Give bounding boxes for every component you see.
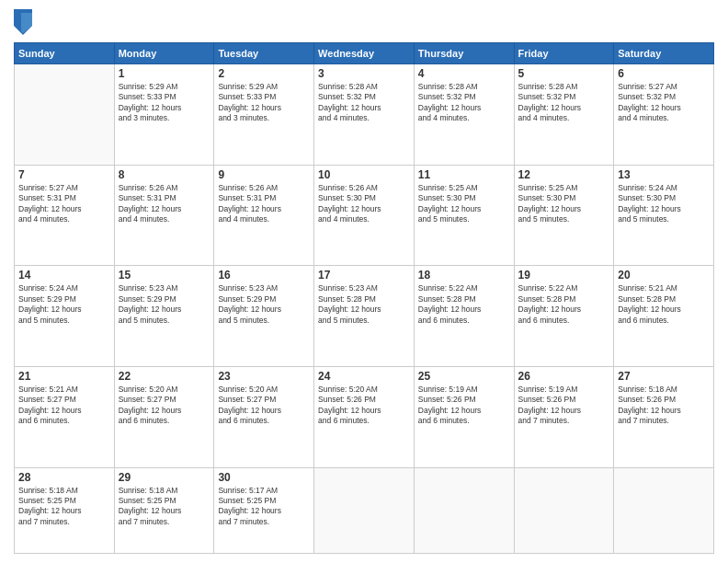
calendar-week-1: 1Sunrise: 5:29 AMSunset: 5:33 PMDaylight… [15, 64, 714, 166]
calendar-cell: 24Sunrise: 5:20 AMSunset: 5:26 PMDayligh… [314, 366, 415, 467]
calendar-week-4: 21Sunrise: 5:21 AMSunset: 5:27 PMDayligh… [15, 366, 714, 467]
cell-info: Sunrise: 5:24 AMSunset: 5:30 PMDaylight:… [618, 183, 710, 225]
cell-info: Sunrise: 5:20 AMSunset: 5:26 PMDaylight:… [318, 385, 410, 427]
day-number: 16 [218, 269, 310, 282]
calendar-cell [414, 467, 514, 554]
calendar-cell: 19Sunrise: 5:22 AMSunset: 5:28 PMDayligh… [514, 266, 614, 367]
day-number: 8 [119, 168, 210, 181]
col-header-tuesday: Tuesday [214, 43, 314, 64]
day-number: 9 [218, 168, 310, 181]
calendar-cell: 18Sunrise: 5:22 AMSunset: 5:28 PMDayligh… [414, 266, 514, 367]
calendar-cell: 14Sunrise: 5:24 AMSunset: 5:29 PMDayligh… [15, 266, 115, 367]
day-number: 23 [218, 370, 310, 383]
day-number: 28 [18, 471, 110, 484]
calendar-cell: 9Sunrise: 5:26 AMSunset: 5:31 PMDaylight… [214, 165, 314, 266]
day-number: 18 [418, 269, 510, 282]
calendar-cell [514, 467, 614, 554]
cell-info: Sunrise: 5:23 AMSunset: 5:29 PMDaylight:… [119, 283, 210, 326]
calendar-cell: 11Sunrise: 5:25 AMSunset: 5:30 PMDayligh… [414, 165, 514, 266]
cell-info: Sunrise: 5:18 AMSunset: 5:25 PMDaylight:… [119, 486, 210, 528]
cell-info: Sunrise: 5:19 AMSunset: 5:26 PMDaylight:… [418, 385, 510, 427]
calendar-week-5: 28Sunrise: 5:18 AMSunset: 5:25 PMDayligh… [15, 467, 714, 554]
calendar-cell [15, 64, 115, 166]
cell-info: Sunrise: 5:29 AMSunset: 5:33 PMDaylight:… [119, 82, 210, 124]
calendar-cell: 17Sunrise: 5:23 AMSunset: 5:28 PMDayligh… [314, 266, 415, 367]
calendar-cell: 3Sunrise: 5:28 AMSunset: 5:32 PMDaylight… [314, 64, 415, 166]
calendar-week-2: 7Sunrise: 5:27 AMSunset: 5:31 PMDaylight… [15, 165, 714, 266]
cell-info: Sunrise: 5:25 AMSunset: 5:30 PMDaylight:… [518, 183, 610, 225]
cell-info: Sunrise: 5:19 AMSunset: 5:26 PMDaylight:… [518, 385, 610, 427]
day-number: 15 [119, 269, 210, 282]
calendar-cell: 10Sunrise: 5:26 AMSunset: 5:30 PMDayligh… [314, 165, 415, 266]
day-number: 17 [318, 269, 410, 282]
cell-info: Sunrise: 5:28 AMSunset: 5:32 PMDaylight:… [418, 82, 510, 124]
day-number: 27 [618, 370, 710, 383]
cell-info: Sunrise: 5:27 AMSunset: 5:31 PMDaylight:… [18, 183, 110, 225]
cell-info: Sunrise: 5:26 AMSunset: 5:31 PMDaylight:… [119, 183, 210, 225]
calendar-cell: 4Sunrise: 5:28 AMSunset: 5:32 PMDaylight… [414, 64, 514, 166]
calendar-header-row: SundayMondayTuesdayWednesdayThursdayFrid… [15, 43, 714, 64]
cell-info: Sunrise: 5:24 AMSunset: 5:29 PMDaylight:… [18, 283, 110, 326]
day-number: 14 [18, 269, 110, 282]
day-number: 20 [618, 269, 710, 282]
col-header-monday: Monday [114, 43, 214, 64]
logo-icon [14, 9, 32, 35]
col-header-sunday: Sunday [15, 43, 115, 64]
cell-info: Sunrise: 5:21 AMSunset: 5:28 PMDaylight:… [618, 283, 710, 326]
calendar-cell: 2Sunrise: 5:29 AMSunset: 5:33 PMDaylight… [214, 64, 314, 166]
day-number: 21 [18, 370, 110, 383]
calendar-cell: 30Sunrise: 5:17 AMSunset: 5:25 PMDayligh… [214, 467, 314, 554]
calendar-cell: 22Sunrise: 5:20 AMSunset: 5:27 PMDayligh… [114, 366, 214, 467]
day-number: 12 [518, 168, 610, 181]
calendar-cell: 25Sunrise: 5:19 AMSunset: 5:26 PMDayligh… [414, 366, 514, 467]
cell-info: Sunrise: 5:27 AMSunset: 5:32 PMDaylight:… [618, 82, 710, 124]
cell-info: Sunrise: 5:18 AMSunset: 5:26 PMDaylight:… [618, 385, 710, 427]
calendar-cell: 21Sunrise: 5:21 AMSunset: 5:27 PMDayligh… [15, 366, 115, 467]
day-number: 3 [318, 67, 410, 80]
cell-info: Sunrise: 5:20 AMSunset: 5:27 PMDaylight:… [218, 385, 310, 427]
calendar-cell [314, 467, 415, 554]
calendar-cell: 12Sunrise: 5:25 AMSunset: 5:30 PMDayligh… [514, 165, 614, 266]
day-number: 26 [518, 370, 610, 383]
cell-info: Sunrise: 5:29 AMSunset: 5:33 PMDaylight:… [218, 82, 310, 124]
calendar-cell: 1Sunrise: 5:29 AMSunset: 5:33 PMDaylight… [114, 64, 214, 166]
day-number: 10 [318, 168, 410, 181]
calendar-cell: 23Sunrise: 5:20 AMSunset: 5:27 PMDayligh… [214, 366, 314, 467]
calendar-table: SundayMondayTuesdayWednesdayThursdayFrid… [14, 42, 714, 554]
cell-info: Sunrise: 5:28 AMSunset: 5:32 PMDaylight:… [518, 82, 610, 124]
cell-info: Sunrise: 5:17 AMSunset: 5:25 PMDaylight:… [218, 486, 310, 528]
col-header-thursday: Thursday [414, 43, 514, 64]
day-number: 22 [119, 370, 210, 383]
cell-info: Sunrise: 5:25 AMSunset: 5:30 PMDaylight:… [418, 183, 510, 225]
day-number: 24 [318, 370, 410, 383]
calendar-cell: 28Sunrise: 5:18 AMSunset: 5:25 PMDayligh… [15, 467, 115, 554]
svg-marker-1 [21, 13, 32, 33]
col-header-friday: Friday [514, 43, 614, 64]
calendar-cell: 16Sunrise: 5:23 AMSunset: 5:29 PMDayligh… [214, 266, 314, 367]
header [14, 9, 714, 35]
day-number: 25 [418, 370, 510, 383]
calendar-cell: 26Sunrise: 5:19 AMSunset: 5:26 PMDayligh… [514, 366, 614, 467]
cell-info: Sunrise: 5:28 AMSunset: 5:32 PMDaylight:… [318, 82, 410, 124]
col-header-wednesday: Wednesday [314, 43, 415, 64]
day-number: 7 [18, 168, 110, 181]
day-number: 4 [418, 67, 510, 80]
calendar-cell: 7Sunrise: 5:27 AMSunset: 5:31 PMDaylight… [15, 165, 115, 266]
calendar-cell: 29Sunrise: 5:18 AMSunset: 5:25 PMDayligh… [114, 467, 214, 554]
col-header-saturday: Saturday [614, 43, 714, 64]
day-number: 5 [518, 67, 610, 80]
cell-info: Sunrise: 5:22 AMSunset: 5:28 PMDaylight:… [418, 283, 510, 326]
calendar-cell: 20Sunrise: 5:21 AMSunset: 5:28 PMDayligh… [614, 266, 714, 367]
day-number: 11 [418, 168, 510, 181]
day-number: 1 [119, 67, 210, 80]
calendar-week-3: 14Sunrise: 5:24 AMSunset: 5:29 PMDayligh… [15, 266, 714, 367]
calendar-cell: 27Sunrise: 5:18 AMSunset: 5:26 PMDayligh… [614, 366, 714, 467]
calendar-cell: 15Sunrise: 5:23 AMSunset: 5:29 PMDayligh… [114, 266, 214, 367]
calendar-cell [614, 467, 714, 554]
day-number: 13 [618, 168, 710, 181]
day-number: 30 [218, 471, 310, 484]
cell-info: Sunrise: 5:23 AMSunset: 5:29 PMDaylight:… [218, 283, 310, 326]
cell-info: Sunrise: 5:21 AMSunset: 5:27 PMDaylight:… [18, 385, 110, 427]
calendar-cell: 5Sunrise: 5:28 AMSunset: 5:32 PMDaylight… [514, 64, 614, 166]
cell-info: Sunrise: 5:26 AMSunset: 5:30 PMDaylight:… [318, 183, 410, 225]
